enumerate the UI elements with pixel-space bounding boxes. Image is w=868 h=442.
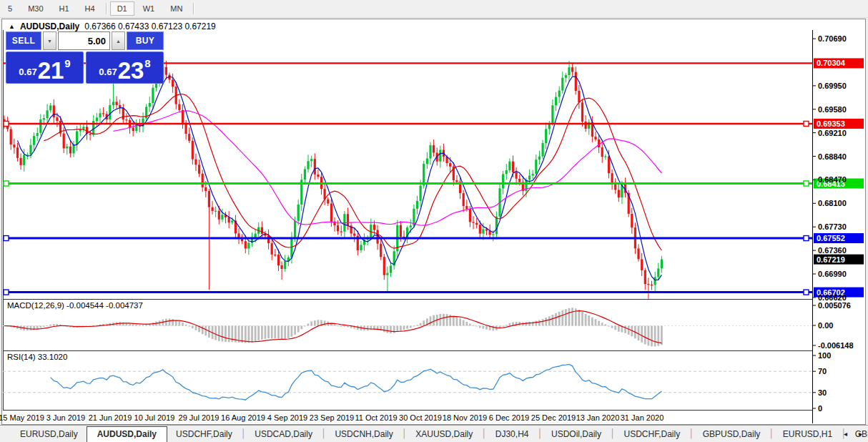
pane-borders xyxy=(3,30,813,423)
svg-text:0.67552: 0.67552 xyxy=(817,234,845,242)
tab-divider: │ xyxy=(321,428,327,439)
symbol-tab-gbpusd-daily[interactable]: GBPUSD,Daily xyxy=(694,427,769,442)
svg-text:0.69950: 0.69950 xyxy=(818,82,847,90)
svg-text:0.005076: 0.005076 xyxy=(818,301,851,310)
svg-text:0.70304: 0.70304 xyxy=(817,59,846,67)
candlesticks xyxy=(3,56,663,299)
chart-symbol-title: AUDUSD,Daily xyxy=(20,21,79,31)
buy-price-box[interactable]: 0.67 23 8 xyxy=(86,51,164,84)
symbol-tab-usdoil-daily[interactable]: USDOil,Daily xyxy=(543,427,610,442)
rsi-line xyxy=(51,364,662,400)
chart-ohlc-values: 0.67366 0.67433 0.67123 0.67219 xyxy=(84,21,216,31)
rsi-pane: 10070300 xyxy=(3,351,831,413)
tab-divider: │ xyxy=(537,428,543,439)
symbol-tab-usdchf-daily[interactable]: USDCHF,Daily xyxy=(615,427,689,442)
symbol-tab-bar: EURUSD,DailyAUDUSD,DailyUSDCHF,Daily│USD… xyxy=(0,425,868,442)
ma-line-5 xyxy=(18,77,662,280)
buy-price-main: 23 xyxy=(118,60,144,81)
tab-scroll-left-icon[interactable]: ◂ xyxy=(844,430,847,438)
sell-button[interactable]: SELL xyxy=(6,31,41,50)
svg-text:18 Nov 2019: 18 Nov 2019 xyxy=(443,413,487,422)
svg-text:0.69210: 0.69210 xyxy=(818,129,847,137)
symbol-tab-audusd-daily[interactable]: AUDUSD,Daily xyxy=(87,426,167,442)
macd-indicator-label: MACD(12,26,9) -0.004544 -0.004737 xyxy=(7,301,143,310)
sell-price-box[interactable]: 0.67 21 9 xyxy=(6,51,84,84)
symbol-tab-dj30-h4[interactable]: DJ30,H4 xyxy=(487,427,538,442)
chart-title-row: ▲ AUDUSD,Daily 0.67366 0.67433 0.67123 0… xyxy=(9,21,216,31)
svg-text:-0.006148: -0.006148 xyxy=(818,341,854,350)
tab-divider: │ xyxy=(769,428,774,439)
collapse-triangle-icon[interactable]: ▲ xyxy=(9,23,15,30)
svg-text:31 Jan 2020: 31 Jan 2020 xyxy=(621,413,664,422)
svg-text:3 Jun 2019: 3 Jun 2019 xyxy=(46,413,85,422)
svg-text:0.66990: 0.66990 xyxy=(818,270,847,278)
svg-text:0.69353: 0.69353 xyxy=(817,119,845,128)
symbol-tab-eurusd-h1[interactable]: EURUSD,H1 xyxy=(774,427,841,442)
svg-text:0.70690: 0.70690 xyxy=(818,34,847,43)
tab-divider: │ xyxy=(610,428,616,439)
svg-text:0.67360: 0.67360 xyxy=(818,246,847,255)
current-price-label: 0.67219 xyxy=(814,255,864,265)
one-click-trade-panel: SELL ▼ ▲ BUY 0.67 21 9 0.67 23 8 xyxy=(6,31,164,84)
svg-text:10 Jul 2019: 10 Jul 2019 xyxy=(134,413,175,422)
svg-text:70: 70 xyxy=(818,367,827,375)
svg-text:4 Sep 2019: 4 Sep 2019 xyxy=(267,413,307,422)
svg-text:0.69580: 0.69580 xyxy=(818,105,847,114)
tab-divider: │ xyxy=(481,428,487,439)
svg-text:25 Dec 2019: 25 Dec 2019 xyxy=(531,413,576,422)
symbol-tab-usdcad-daily[interactable]: USDCAD,Daily xyxy=(246,427,321,442)
svg-text:16 Aug 2019: 16 Aug 2019 xyxy=(221,413,265,422)
svg-text:0.00: 0.00 xyxy=(818,321,833,330)
svg-text:0.68100: 0.68100 xyxy=(818,199,847,207)
buy-price-prefix: 0.67 xyxy=(99,67,117,77)
moving-averages xyxy=(18,77,662,280)
level-lines[interactable]: 0.703040.693530.684130.675520.66702 xyxy=(3,58,864,297)
rsi-indicator-label: RSI(14) 33.1020 xyxy=(7,353,67,361)
svg-text:6 Dec 2019: 6 Dec 2019 xyxy=(489,413,529,422)
svg-text:29 Jul 2019: 29 Jul 2019 xyxy=(179,413,220,422)
svg-text:0.67219: 0.67219 xyxy=(817,255,845,264)
volume-increase-button[interactable]: ▲ xyxy=(112,31,125,50)
symbol-tab-usdcnh-daily[interactable]: USDCNH,Daily xyxy=(326,427,401,442)
buy-button[interactable]: BUY xyxy=(127,31,164,50)
svg-text:0.67730: 0.67730 xyxy=(818,222,847,231)
sell-price-main: 21 xyxy=(38,60,64,81)
svg-text:30: 30 xyxy=(818,388,827,397)
tab-scroll-controls: ◂ ▸ xyxy=(844,430,862,438)
svg-text:0.68470: 0.68470 xyxy=(818,175,847,184)
trading-terminal: { "toolbar": {"timeframes": ["5","M30","… xyxy=(0,0,868,442)
tab-divider: │ xyxy=(689,428,694,439)
svg-text:13 Jan 2020: 13 Jan 2020 xyxy=(576,413,620,422)
svg-text:0: 0 xyxy=(818,404,822,413)
tab-divider: │ xyxy=(402,428,408,439)
volume-input[interactable] xyxy=(58,31,110,50)
svg-text:30 Oct 2019: 30 Oct 2019 xyxy=(399,413,442,422)
tab-divider: │ xyxy=(241,428,247,439)
svg-text:23 Sep 2019: 23 Sep 2019 xyxy=(310,413,354,422)
symbol-tab-xauusd-daily[interactable]: XAUUSD,Daily xyxy=(407,427,481,442)
buy-price-pip: 8 xyxy=(144,57,150,69)
sell-price-pip: 9 xyxy=(64,57,70,69)
tab-scroll-right-icon[interactable]: ▸ xyxy=(859,430,862,438)
sell-price-prefix: 0.67 xyxy=(19,67,36,77)
svg-text:100: 100 xyxy=(818,351,831,360)
symbol-tab-usdchf-daily[interactable]: USDCHF,Daily xyxy=(167,427,241,442)
svg-text:15 May 2019: 15 May 2019 xyxy=(0,413,44,422)
svg-text:0.68840: 0.68840 xyxy=(818,152,847,161)
symbol-tab-eurusd-daily[interactable]: EURUSD,Daily xyxy=(11,427,87,442)
svg-text:21 Jun 2019: 21 Jun 2019 xyxy=(89,413,132,422)
svg-text:11 Oct 2019: 11 Oct 2019 xyxy=(355,413,397,422)
date-axis: 15 May 20193 Jun 201921 Jun 201910 Jul 2… xyxy=(0,413,664,422)
volume-decrease-button[interactable]: ▼ xyxy=(43,31,56,50)
